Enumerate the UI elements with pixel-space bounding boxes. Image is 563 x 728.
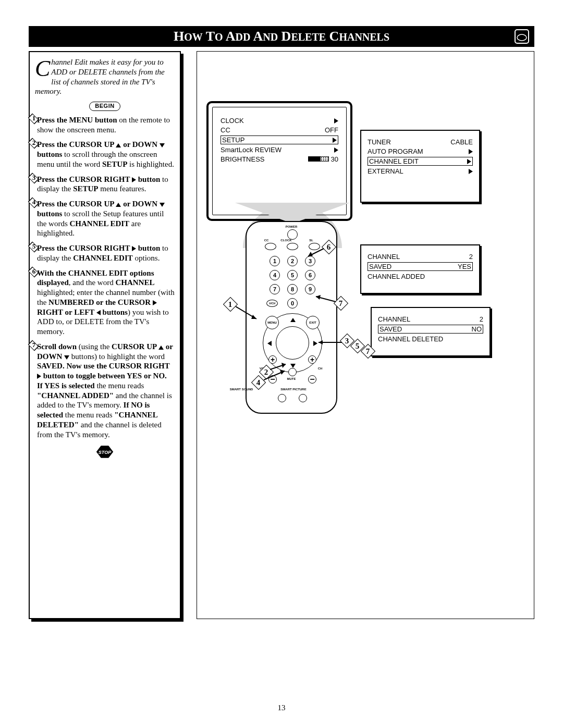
submenu-channeledit-highlighted: CHANNEL EDIT	[368, 157, 473, 166]
num-0[interactable]: 0	[287, 298, 298, 309]
power-label: POWER	[247, 225, 336, 228]
content-row: Channel Edit makes it easy for you to AD…	[29, 51, 534, 619]
step-7: 7 Scroll down (using the CURSOR UP or DO…	[35, 342, 175, 440]
tv-icon	[515, 29, 529, 44]
illustration-panel: CLOCK CCOFF SETUP SmartLock REVIEW BRIGH…	[197, 51, 534, 619]
cursor-down-icon	[64, 355, 69, 360]
step-marker: 5	[28, 243, 40, 252]
smart-picture-label: SMART PICTURE	[278, 388, 309, 391]
step-marker: 3	[28, 175, 40, 183]
chevron-right-icon	[333, 138, 337, 143]
menu-row-smartlock: SmartLock REVIEW	[221, 146, 338, 154]
intro-text: Channel Edit makes it easy for you to AD…	[35, 57, 175, 96]
ach-button[interactable]: A/CH	[266, 300, 278, 307]
dropcap: C	[35, 59, 50, 78]
cursor-right-icon	[132, 246, 136, 251]
callout-arrow	[236, 304, 262, 323]
ch-up-button[interactable]: +	[308, 355, 316, 364]
step-1: 1 Press the MENU button on the remote to…	[35, 115, 175, 135]
submenu-external: EXTERNAL	[368, 167, 473, 175]
power-button[interactable]	[287, 229, 298, 240]
num-4[interactable]: 4	[270, 270, 280, 280]
beam-triangle	[235, 203, 350, 224]
svg-marker-6	[251, 315, 256, 319]
callout-arrow	[313, 294, 338, 307]
svg-marker-7	[282, 363, 286, 368]
clock-button[interactable]	[287, 243, 298, 250]
step-6: 6 With the CHANNEL EDIT options displaye…	[35, 268, 175, 337]
menu-button[interactable]: MENU	[265, 316, 279, 329]
brightness-bar	[308, 156, 329, 162]
callout-arrow	[264, 369, 290, 382]
num-5[interactable]: 5	[287, 270, 298, 280]
chevron-right-icon	[334, 118, 338, 124]
menu-row-clock: CLOCK	[221, 117, 338, 125]
chevron-right-icon	[469, 169, 473, 174]
cursor-down-icon	[160, 203, 165, 207]
step-marker: 7	[28, 342, 40, 350]
step-marker: 4	[28, 199, 40, 207]
menu-row-setup-highlighted: SETUP	[221, 135, 338, 144]
callout-arrow	[305, 247, 326, 260]
stop-badge: STOP	[95, 445, 114, 459]
smart-picture-button[interactable]	[299, 394, 307, 402]
row-channel: CHANNEL2	[368, 253, 473, 261]
tv-onscreen-menu: CLOCK CCOFF SETUP SmartLock REVIEW BRIGH…	[212, 107, 347, 215]
step-marker: 6	[28, 268, 40, 277]
instructions-panel: Channel Edit makes it easy for you to AD…	[29, 51, 181, 619]
svg-marker-11	[316, 295, 321, 300]
num-9[interactable]: 9	[305, 284, 315, 294]
step-marker: 1	[28, 115, 40, 124]
cursor-left-icon	[96, 310, 101, 315]
cursor-down-icon	[160, 143, 165, 147]
svg-marker-8	[319, 340, 323, 344]
page-title-bar: HOW TO ADD AND DELETE CHANNELS	[29, 26, 534, 47]
setup-submenu: TUNERCABLE AUTO PROGRAM CHANNEL EDIT EXT…	[360, 130, 480, 203]
row-saved-no: SAVEDNO	[378, 325, 483, 334]
begin-badge: BEGIN	[89, 102, 120, 111]
svg-text:STOP: STOP	[99, 450, 112, 455]
step-3: 3 Press the CURSOR RIGHT button to displ…	[35, 175, 175, 194]
chevron-right-icon	[467, 159, 471, 164]
menu-row-cc: CCOFF	[221, 126, 338, 134]
num-7[interactable]: 7	[270, 284, 280, 294]
chevron-right-icon	[469, 149, 473, 154]
channel-deleted-box: CHANNEL2 SAVEDNO CHANNEL DELETED	[371, 307, 491, 356]
submenu-autoprogram: AUTO PROGRAM	[368, 147, 473, 155]
channel-added-box: CHANNEL2 SAVEDYES CHANNEL ADDED	[360, 244, 480, 294]
step-5: 5 Press the CURSOR RIGHT button to displ…	[35, 243, 175, 263]
cc-button[interactable]	[265, 243, 276, 250]
svg-marker-3	[235, 203, 350, 224]
smart-sound-label: SMART SOUND	[226, 388, 257, 391]
submenu-tuner: TUNERCABLE	[368, 138, 473, 146]
illustration-area: CLOCK CCOFF SETUP SmartLock REVIEW BRIGH…	[206, 101, 524, 466]
cursor-up-icon	[158, 346, 164, 350]
row-channel-deleted: CHANNEL DELETED	[378, 335, 483, 343]
svg-point-0	[517, 34, 527, 41]
page-number: 13	[0, 704, 563, 712]
row-channel: CHANNEL2	[378, 315, 483, 323]
step-2: 2 Press the CURSOR UP or DOWN buttons to…	[35, 140, 175, 169]
chevron-right-icon	[334, 147, 338, 153]
menu-row-brightness: BRIGHTNESS 30	[221, 155, 338, 163]
cursor-left-icon[interactable]	[267, 341, 272, 346]
row-saved-yes: SAVEDYES	[368, 262, 473, 271]
num-1[interactable]: 1	[270, 256, 280, 266]
cursor-up-icon	[116, 143, 121, 147]
cursor-right-icon	[37, 374, 41, 379]
sl-label: SL	[266, 239, 356, 242]
cursor-ring-inner	[276, 326, 309, 360]
cursor-right-icon	[132, 177, 136, 182]
num-6[interactable]: 6	[305, 270, 315, 280]
num-2[interactable]: 2	[287, 256, 298, 266]
cursor-right-icon	[153, 300, 157, 305]
manual-page: HOW TO ADD AND DELETE CHANNELS Channel E…	[0, 0, 563, 728]
callout-arrow	[316, 338, 345, 346]
num-8[interactable]: 8	[287, 284, 298, 294]
page-title: HOW TO ADD AND DELETE CHANNELS	[174, 29, 389, 44]
row-channel-added: CHANNEL ADDED	[368, 273, 473, 280]
smart-sound-button[interactable]	[278, 394, 286, 402]
exit-button[interactable]: EXIT	[306, 316, 320, 329]
step-4: 4 Press the CURSOR UP or DOWN buttons to…	[35, 199, 175, 238]
cursor-up-icon[interactable]	[290, 318, 296, 322]
